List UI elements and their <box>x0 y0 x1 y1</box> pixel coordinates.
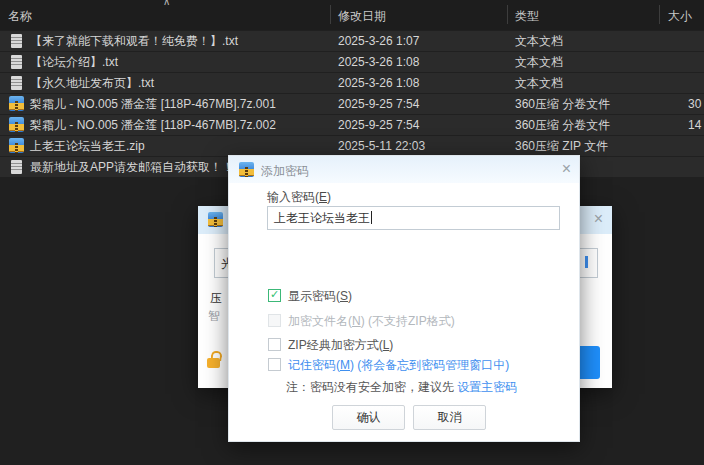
file-type: 360压缩 分卷文件 <box>515 115 610 135</box>
file-date: 2025-3-26 1:08 <box>338 52 419 72</box>
column-divider[interactable] <box>507 5 508 24</box>
file-type: 360压缩 分卷文件 <box>515 94 610 114</box>
file-name: 最新地址及APP请发邮箱自动获取！！ <box>30 157 234 177</box>
desktop-screen: ∧ 名称 修改日期 类型 大小 【来了就能下载和观看！纯免费！】.txt 202… <box>0 0 704 465</box>
file-row[interactable]: 【来了就能下载和观看！纯免费！】.txt 2025-3-26 1:07 文本文档 <box>0 31 704 51</box>
text-document-icon <box>11 160 22 174</box>
text-document-icon <box>11 55 22 69</box>
360zip-archive-icon <box>9 117 24 132</box>
password-input-label: 输入密码(E) <box>267 189 331 206</box>
dialog-title: 添加密码 <box>261 163 309 180</box>
file-row[interactable]: 【永久地址发布页】.txt 2025-3-26 1:08 文本文档 <box>0 73 704 93</box>
security-note: 注：密码没有安全加密，建议先 设置主密码 <box>286 379 517 396</box>
file-type: 文本文档 <box>515 31 563 51</box>
file-name: 梨霜儿 - NO.005 潘金莲 [118P-467MB].7z.002 <box>30 115 276 135</box>
360zip-archive-icon <box>9 96 24 111</box>
unchecked-checkbox-icon[interactable] <box>268 358 281 371</box>
column-divider[interactable] <box>330 5 331 24</box>
cancel-button[interactable]: 取消 <box>413 405 486 430</box>
checked-checkbox-icon[interactable] <box>268 289 281 302</box>
blue-text-fragment <box>585 256 588 268</box>
360zip-archive-icon <box>9 138 24 153</box>
unchecked-checkbox-icon[interactable] <box>268 338 281 351</box>
column-header-size[interactable]: 大小 <box>668 8 692 25</box>
file-name: 上老王论坛当老王.zip <box>30 136 145 156</box>
password-value: 上老王论坛当老王 <box>274 211 370 225</box>
file-size: 14 <box>688 115 701 135</box>
text-document-icon <box>11 76 22 90</box>
360zip-app-icon <box>208 212 223 227</box>
file-type: 文本文档 <box>515 52 563 72</box>
file-date: 2025-3-26 1:07 <box>338 31 419 51</box>
column-header-name[interactable]: 名称 <box>8 8 32 25</box>
explorer-column-header: ∧ 名称 修改日期 类型 大小 <box>0 0 704 30</box>
compress-sublabel-fragment: 智 <box>208 308 220 325</box>
text-document-icon <box>11 34 22 48</box>
close-icon[interactable]: × <box>562 161 571 177</box>
file-row[interactable]: 梨霜儿 - NO.005 潘金莲 [118P-467MB].7z.002 202… <box>0 115 704 135</box>
file-type: 文本文档 <box>515 73 563 93</box>
text-caret <box>371 211 372 224</box>
file-date: 2025-9-25 7:54 <box>338 94 419 114</box>
file-name: 【来了就能下载和观看！纯免费！】.txt <box>30 31 238 51</box>
file-date: 2025-5-11 22:03 <box>338 136 425 156</box>
clipped-glyph: ∧ <box>163 0 170 7</box>
360zip-app-icon <box>239 162 254 177</box>
password-dialog-titlebar[interactable]: 添加密码 × <box>229 156 579 183</box>
password-input[interactable]: 上老王论坛当老王 <box>267 206 560 230</box>
file-name: 【论坛介绍】.txt <box>30 52 118 72</box>
file-row[interactable]: 梨霜儿 - NO.005 潘金莲 [118P-467MB].7z.001 202… <box>0 94 704 114</box>
file-date: 2025-3-26 1:08 <box>338 73 419 93</box>
file-row[interactable]: 上老王论坛当老王.zip 2025-5-11 22:03 360压缩 ZIP 文… <box>0 136 704 156</box>
confirm-button[interactable]: 确认 <box>332 405 405 430</box>
file-row[interactable]: 【论坛介绍】.txt 2025-3-26 1:08 文本文档 <box>0 52 704 72</box>
column-divider[interactable] <box>659 5 660 24</box>
add-password-dialog: 添加密码 × 输入密码(E) 上老王论坛当老王 显示密码(S) 加密文件名(N)… <box>228 155 580 442</box>
column-header-date[interactable]: 修改日期 <box>338 8 386 25</box>
disabled-checkbox-icon <box>268 314 281 327</box>
compress-label-fragment: 压 <box>210 290 222 307</box>
file-name: 【永久地址发布页】.txt <box>30 73 154 93</box>
file-date: 2025-9-25 7:54 <box>338 115 419 135</box>
file-size: 30 <box>688 94 701 114</box>
unlocked-padlock-icon[interactable] <box>207 352 221 370</box>
close-icon[interactable]: × <box>594 211 603 227</box>
file-name: 梨霜儿 - NO.005 潘金莲 [118P-467MB].7z.001 <box>30 94 276 114</box>
file-type: 360压缩 ZIP 文件 <box>515 136 608 156</box>
column-header-type[interactable]: 类型 <box>515 8 539 25</box>
set-master-password-link[interactable]: 设置主密码 <box>457 380 517 394</box>
